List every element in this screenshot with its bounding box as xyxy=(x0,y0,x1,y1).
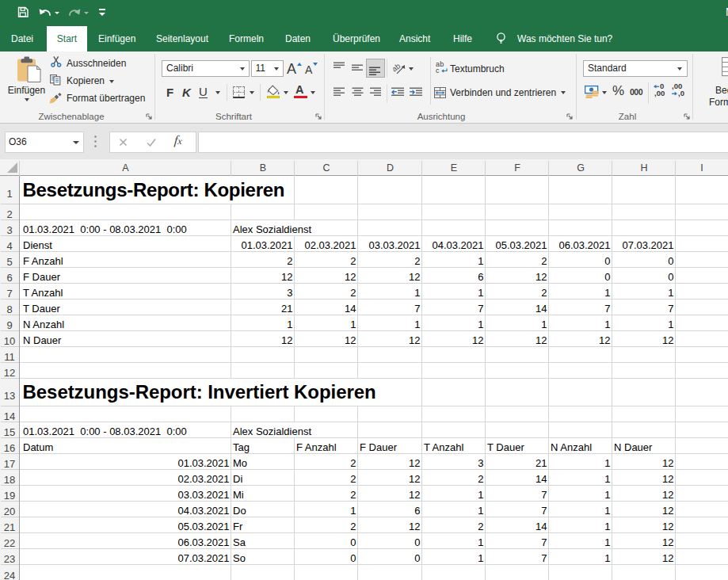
svg-text:ab: ab xyxy=(393,62,402,74)
